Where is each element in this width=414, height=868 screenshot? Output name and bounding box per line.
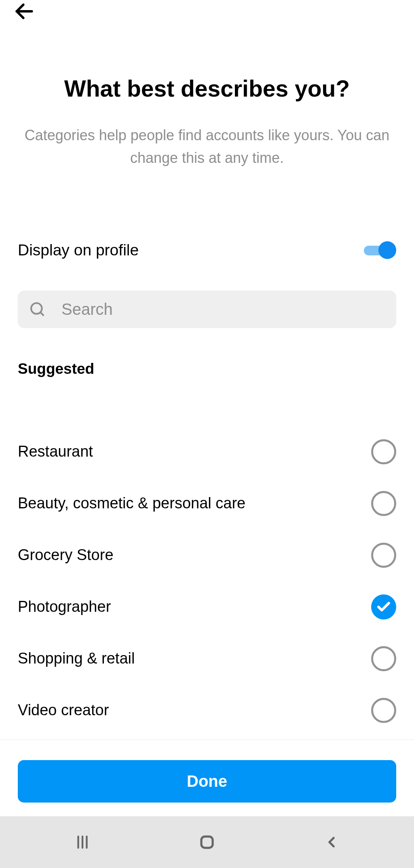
category-label: Photographer [18, 598, 111, 615]
checkmark-icon [376, 599, 391, 615]
home-icon [199, 834, 215, 851]
category-label: Video creator [18, 702, 109, 719]
system-nav-bar [0, 816, 414, 868]
category-label: Beauty, cosmetic & personal care [18, 495, 245, 512]
category-item-video[interactable]: Video creator [18, 685, 396, 736]
category-item-restaurant[interactable]: Restaurant [18, 426, 396, 478]
category-label: Grocery Store [18, 546, 114, 564]
category-label: Restaurant [18, 443, 93, 460]
radio-unselected [371, 698, 396, 723]
back-button[interactable] [13, 0, 36, 23]
radio-unselected [371, 543, 396, 568]
chevron-left-icon [323, 834, 340, 851]
category-item-photographer[interactable]: Photographer [18, 581, 396, 633]
radio-unselected [371, 491, 396, 516]
category-list: Restaurant Beauty, cosmetic & personal c… [18, 426, 396, 736]
radio-unselected [371, 439, 396, 464]
category-item-beauty[interactable]: Beauty, cosmetic & personal care [18, 478, 396, 529]
svg-rect-6 [201, 836, 213, 848]
category-item-grocery[interactable]: Grocery Store [18, 529, 396, 581]
display-on-profile-row: Display on profile [18, 240, 396, 260]
search-icon [29, 301, 45, 317]
toggle-thumb [378, 241, 396, 259]
category-label: Shopping & retail [18, 650, 135, 667]
radio-unselected [371, 646, 396, 671]
recent-apps-icon [74, 834, 91, 851]
search-input[interactable] [61, 300, 385, 318]
done-button[interactable]: Done [18, 760, 396, 803]
toggle-label: Display on profile [18, 241, 139, 259]
svg-line-2 [40, 312, 43, 315]
radio-selected [371, 594, 396, 619]
display-on-profile-toggle[interactable] [358, 240, 396, 260]
system-back-button[interactable] [319, 830, 344, 854]
page-title: What best describes you? [16, 75, 398, 102]
home-button[interactable] [195, 830, 219, 854]
category-item-shopping[interactable]: Shopping & retail [18, 633, 396, 685]
page-subtitle: Categories help people find accounts lik… [16, 124, 398, 169]
arrow-left-icon [13, 0, 36, 23]
recent-apps-button[interactable] [70, 830, 95, 854]
search-container [18, 291, 396, 328]
suggested-heading: Suggested [18, 360, 396, 377]
